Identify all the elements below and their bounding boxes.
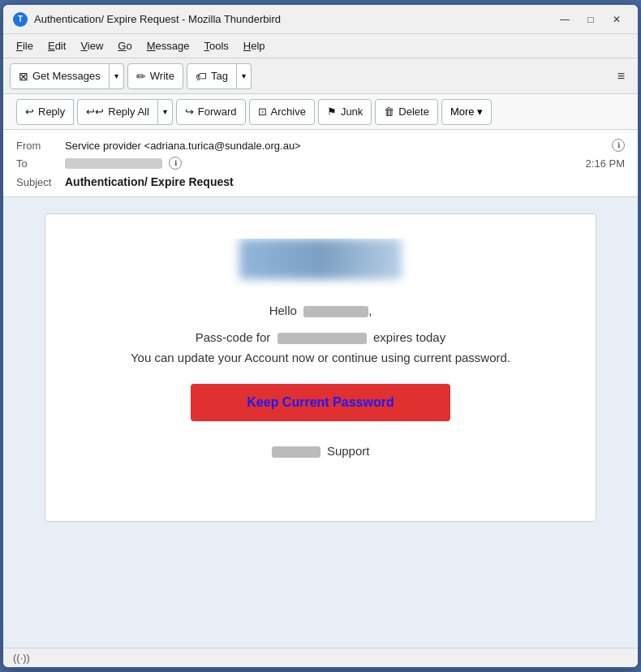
email-logo — [78, 239, 563, 287]
get-messages-group: ⊠ Get Messages ▾ — [10, 63, 124, 89]
to-info-icon[interactable]: ℹ — [169, 157, 182, 170]
junk-button[interactable]: ⚑ Junk — [318, 99, 372, 125]
email-headers: From Service provider <adriana.turica@su… — [3, 130, 638, 197]
reply-group: ↩ Reply — [16, 99, 74, 125]
subject-row: Subject Authentication/ Expire Request — [16, 172, 625, 190]
title-bar: T Authentication/ Expire Request - Mozil… — [3, 5, 638, 34]
from-info-icon[interactable]: ℹ — [612, 139, 625, 152]
app-icon: T — [13, 12, 28, 27]
archive-icon: ⊡ — [258, 106, 267, 118]
to-label: To — [16, 157, 65, 170]
menu-file[interactable]: File — [10, 37, 40, 55]
menu-view[interactable]: View — [74, 37, 110, 55]
subject-value: Authentication/ Expire Request — [65, 175, 234, 188]
reply-button[interactable]: ↩ Reply — [16, 99, 74, 125]
close-button[interactable]: ✕ — [605, 11, 628, 28]
email-passcode-line: Pass-code for expires today — [78, 330, 563, 344]
junk-icon: ⚑ — [327, 106, 337, 118]
reply-icon: ↩ — [25, 106, 34, 118]
logo-image — [239, 239, 402, 279]
delete-button[interactable]: 🗑 Delete — [375, 99, 438, 125]
keep-password-button[interactable]: Keep Current Password — [191, 384, 450, 421]
maximize-button[interactable]: □ — [579, 11, 602, 28]
email-time: 2:16 PM — [586, 157, 625, 170]
menu-go[interactable]: Go — [111, 37, 138, 55]
reply-all-group: ↩↩ Reply All ▾ — [77, 99, 173, 125]
support-name-blurred — [272, 446, 320, 458]
email-update-text: You can update your Account now or conti… — [78, 351, 563, 364]
from-label: From — [16, 140, 65, 152]
menu-tools[interactable]: Tools — [197, 37, 234, 55]
wifi-icon: ((·)) — [13, 652, 30, 664]
get-messages-icon: ⊠ — [19, 70, 28, 83]
delete-icon: 🗑 — [384, 106, 394, 118]
main-toolbar: ⊠ Get Messages ▾ ✏ Write 🏷 Tag ▾ ≡ — [3, 58, 638, 94]
minimize-button[interactable]: — — [553, 11, 576, 28]
app-window: T Authentication/ Expire Request - Mozil… — [2, 3, 639, 669]
reply-all-button[interactable]: ↩↩ Reply All — [77, 99, 158, 125]
status-bar: ((·)) — [3, 648, 638, 667]
archive-button[interactable]: ⊡ Archive — [249, 99, 315, 125]
email-support: Support — [78, 444, 563, 458]
window-controls: — □ ✕ — [553, 11, 628, 28]
get-messages-button[interactable]: ⊠ Get Messages — [10, 63, 110, 89]
from-value: Service provider <adriana.turica@sundale… — [65, 140, 608, 152]
forward-icon: ↪ — [185, 106, 194, 118]
tag-group: 🏷 Tag ▾ — [187, 63, 252, 89]
email-content: Hello , Pass-code for expires today You … — [45, 213, 596, 522]
menu-edit[interactable]: Edit — [41, 37, 72, 55]
subject-label: Subject — [16, 176, 65, 188]
reply-all-dropdown[interactable]: ▾ — [158, 99, 173, 125]
tag-icon: 🏷 — [196, 70, 207, 83]
menu-bar: File Edit View Go Message Tools Help — [3, 34, 638, 58]
from-row: From Service provider <adriana.turica@su… — [16, 136, 625, 154]
to-value-blurred — [65, 158, 162, 169]
passcode-name-blurred — [277, 333, 367, 344]
to-row: To ℹ 2:16 PM — [16, 154, 625, 172]
action-bar: ↩ Reply ↩↩ Reply All ▾ ↪ Forward ⊡ Archi… — [3, 94, 638, 130]
menu-message[interactable]: Message — [140, 37, 196, 55]
hamburger-button[interactable]: ≡ — [611, 65, 631, 88]
window-title: Authentication/ Expire Request - Mozilla… — [34, 13, 553, 25]
email-body: PCR Hello , Pass-code for expires today … — [3, 197, 638, 648]
write-button[interactable]: ✏ Write — [127, 63, 183, 89]
tag-button[interactable]: 🏷 Tag — [187, 63, 237, 89]
tag-dropdown[interactable]: ▾ — [237, 63, 252, 89]
more-button[interactable]: More ▾ — [441, 99, 492, 125]
more-chevron-icon: ▾ — [477, 106, 483, 118]
forward-button[interactable]: ↪ Forward — [176, 99, 246, 125]
email-greeting: Hello , — [78, 304, 563, 317]
recipient-name-blurred — [303, 306, 368, 317]
write-icon: ✏ — [136, 70, 146, 83]
get-messages-dropdown[interactable]: ▾ — [110, 63, 124, 89]
menu-help[interactable]: Help — [237, 37, 272, 55]
reply-all-icon: ↩↩ — [86, 106, 104, 118]
